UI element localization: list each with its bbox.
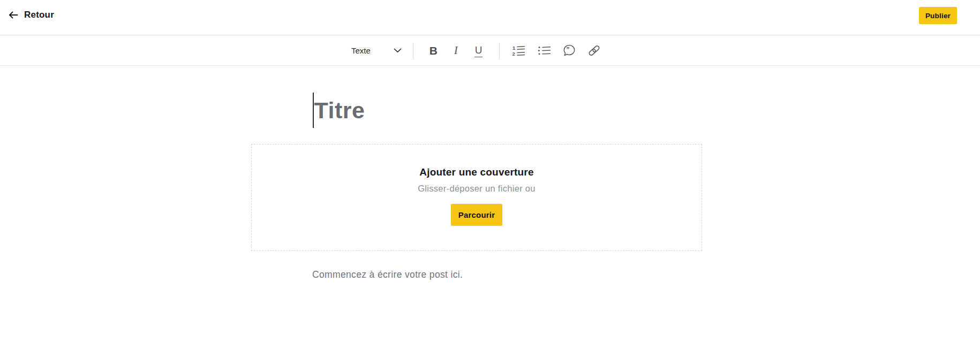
- block-type-dropdown[interactable]: Texte: [351, 46, 402, 55]
- underline-button-label: U: [474, 44, 483, 57]
- quote-button[interactable]: ”: [563, 44, 576, 57]
- toolbar-inner: Texte B I U 1 2: [351, 35, 601, 66]
- link-icon: [587, 44, 601, 57]
- text-caret: [313, 93, 314, 128]
- cover-subheading: Glisser-déposer un fichier ou: [418, 184, 536, 194]
- body-input[interactable]: Commencez à écrire votre post ici.: [312, 269, 463, 280]
- quote-icon: ”: [563, 44, 576, 57]
- post-editor-page: Retour Publier Texte B I U: [0, 0, 980, 343]
- bullet-list-button[interactable]: [538, 45, 551, 56]
- back-button-label: Retour: [24, 10, 54, 20]
- cover-heading: Ajouter une couverture: [419, 166, 533, 178]
- block-type-label: Texte: [351, 46, 371, 55]
- bullet-list-icon: [538, 45, 551, 56]
- toolbar-divider: [499, 43, 500, 59]
- toolbar-divider: [413, 43, 413, 59]
- ordered-list-icon: 1 2: [512, 45, 525, 56]
- link-button[interactable]: [587, 44, 601, 57]
- chevron-down-icon: [394, 48, 402, 53]
- formatting-toolbar: Texte B I U 1 2: [0, 35, 980, 66]
- title-input[interactable]: Titre: [313, 92, 365, 128]
- svg-text:”: ”: [567, 45, 570, 54]
- cover-dropzone[interactable]: Ajouter une couverture Glisser-déposer u…: [251, 144, 702, 251]
- browse-button[interactable]: Parcourir: [451, 204, 502, 226]
- back-button[interactable]: Retour: [9, 7, 54, 23]
- italic-button[interactable]: I: [454, 44, 458, 57]
- title-placeholder: Titre: [314, 99, 365, 122]
- top-bar: Retour Publier: [0, 0, 980, 35]
- underline-button[interactable]: U: [474, 44, 483, 57]
- ordered-list-button[interactable]: 1 2: [512, 45, 525, 56]
- svg-text:2: 2: [512, 51, 515, 56]
- bold-button[interactable]: B: [429, 44, 438, 57]
- publish-button[interactable]: Publier: [919, 7, 957, 24]
- arrow-left-icon: [9, 11, 18, 19]
- svg-text:1: 1: [512, 45, 516, 51]
